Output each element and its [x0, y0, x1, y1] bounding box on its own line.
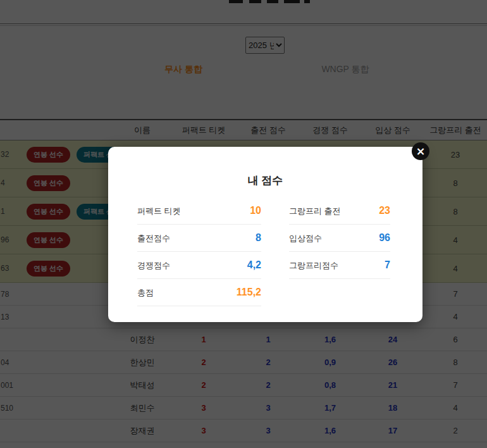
score-field-value: 96 — [379, 232, 390, 244]
score-field-label: 그랑프리점수 — [289, 260, 338, 271]
score-field-label: 입상점수 — [289, 233, 322, 244]
score-field-value: 4,2 — [247, 259, 261, 271]
score-grid: 퍼펙트 티켓 10 그랑프리 출전 23 출전점수 8 입상점수 96 경쟁점수… — [137, 205, 390, 314]
score-field-value: 10 — [250, 205, 261, 216]
score-field: 경쟁점수 4,2 — [137, 259, 261, 279]
score-field: 입상점수 96 — [289, 232, 390, 252]
score-field: 총점 115,2 — [137, 287, 261, 306]
score-field-label: 퍼펙트 티켓 — [137, 206, 181, 217]
score-field: 그랑프리점수 7 — [289, 259, 390, 279]
score-field-value: 7 — [385, 259, 390, 271]
close-icon[interactable]: × — [412, 142, 429, 160]
score-field-label: 출전점수 — [137, 233, 170, 244]
score-field-label: 그랑프리 출전 — [289, 206, 341, 217]
modal-title: 내 점수 — [108, 173, 422, 188]
score-field-value: 8 — [256, 232, 261, 244]
score-field-label: 경쟁점수 — [137, 260, 170, 271]
score-field: 출전점수 8 — [137, 232, 261, 252]
score-field: 퍼펙트 티켓 10 — [137, 205, 261, 225]
score-field-value: 115,2 — [237, 287, 261, 298]
score-field: 그랑프리 출전 23 — [289, 205, 390, 225]
score-field-label: 총점 — [137, 287, 154, 299]
my-score-modal: 내 점수 퍼펙트 티켓 10 그랑프리 출전 23 출전점수 8 입상점수 96… — [108, 147, 422, 322]
score-field-value: 23 — [379, 205, 390, 216]
